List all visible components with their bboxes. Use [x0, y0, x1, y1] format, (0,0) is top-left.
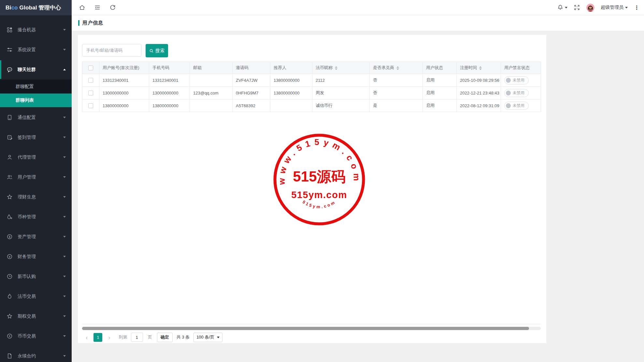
menu-fold-icon[interactable]: [94, 4, 101, 11]
sliders-icon: [7, 47, 13, 53]
horizontal-scrollbar[interactable]: [82, 327, 541, 330]
goto-page-input[interactable]: [131, 333, 143, 342]
next-page-button[interactable]: ›: [107, 334, 111, 340]
chevron-down-icon: [625, 7, 628, 8]
chevron-down-icon: [63, 49, 66, 51]
clock-icon: [7, 274, 13, 280]
current-page-button[interactable]: 1: [93, 333, 102, 342]
refresh-icon[interactable]: [109, 4, 116, 11]
circle-back-icon: [7, 333, 13, 339]
confirm-button[interactable]: 确定: [157, 333, 173, 342]
col-is-acceptor[interactable]: 是否承兑商: [370, 62, 423, 74]
col-invite-code: 邀请码: [233, 62, 270, 74]
row-checkbox[interactable]: [88, 103, 93, 108]
chevron-down-icon: [63, 216, 66, 218]
table-empty-area: [82, 112, 541, 324]
chevron-down-icon: [63, 137, 66, 138]
chevron-down-icon: [63, 117, 66, 118]
sidebar-item-new-coin-subscribe[interactable]: 新币认购: [0, 267, 72, 286]
mute-toggle[interactable]: 未禁用: [504, 89, 529, 97]
more-options-icon[interactable]: ⋮: [634, 4, 639, 11]
sidebar-item-chat-community[interactable]: 聊天社群: [0, 60, 72, 80]
sidebar-item-checkin-mgmt[interactable]: 签到管理: [0, 127, 72, 147]
users-icon: [7, 174, 13, 180]
chevron-down-icon: [217, 337, 220, 338]
sidebar-item-coin-mgmt[interactable]: 币种管理: [0, 207, 72, 227]
sidebar-item-matching-robot[interactable]: 撮合机器: [0, 20, 72, 40]
yen-circle-icon: [7, 254, 13, 260]
pagination: ‹ 1 › 到第 页 确定 共 3 条 100 条/页: [82, 330, 546, 344]
admin-app: Bico Global 管理中心 撮合机器 系统设置 聊天社群 群聊配置: [0, 0, 644, 362]
sidebar-subitem-group-chat-list[interactable]: 群聊列表: [0, 94, 72, 107]
chevron-down-icon: [63, 276, 66, 277]
search-input[interactable]: [82, 44, 141, 57]
chevron-down-icon: [63, 236, 66, 238]
tablet-icon: [7, 115, 13, 121]
toggle-knob: [506, 78, 511, 83]
sidebar-item-user-mgmt[interactable]: 用户管理: [0, 167, 72, 187]
chevron-up-icon: [63, 69, 66, 70]
document-icon: [7, 353, 13, 359]
sidebar-item-options-trade[interactable]: 期权交易: [0, 306, 72, 326]
chevron-down-icon: [63, 29, 66, 31]
table-row: 13800000000 13800000000 A5T68392 诚信币行 是 …: [82, 99, 541, 112]
sidebar-item-agent-mgmt[interactable]: 代理管理: [0, 147, 72, 167]
avatar[interactable]: [586, 4, 594, 12]
main-area: 超级管理员 ⋮ 用户信息 搜索: [72, 0, 644, 362]
row-checkbox[interactable]: [88, 78, 93, 83]
horizontal-scrollbar-thumb[interactable]: [82, 327, 529, 330]
fullscreen-icon[interactable]: [574, 4, 580, 11]
col-fiat-nickname[interactable]: 法币昵称: [312, 62, 370, 74]
chevron-down-icon: [63, 176, 66, 178]
chevron-down-icon: [63, 296, 66, 297]
sidebar-item-asset-mgmt[interactable]: 资产管理: [0, 227, 72, 247]
sort-icon[interactable]: [396, 66, 399, 70]
chevron-down-icon: [565, 7, 567, 8]
home-icon[interactable]: [79, 4, 85, 11]
col-account: 用户账号(首次注册): [99, 62, 149, 74]
sidebar-item-spot-trade[interactable]: 币币交易: [0, 326, 72, 346]
chevron-down-icon: [63, 196, 66, 198]
sidebar-nav: 撮合机器 系统设置 聊天社群 群聊配置 群聊列表: [0, 15, 72, 362]
chevron-down-icon: [63, 335, 66, 337]
mute-toggle[interactable]: 未禁用: [504, 76, 529, 84]
search-button[interactable]: 搜索: [146, 44, 168, 57]
sidebar: Bico Global 管理中心 撮合机器 系统设置 聊天社群 群聊配置: [0, 0, 72, 362]
page-title-bar: 用户信息: [72, 15, 644, 31]
user-menu[interactable]: 超级管理员: [601, 5, 628, 10]
sidebar-subitem-group-chat-config[interactable]: 群聊配置: [0, 80, 72, 94]
chevron-down-icon: [63, 256, 66, 257]
notifications-button[interactable]: [557, 4, 567, 11]
col-email: 邮箱: [190, 62, 233, 74]
sidebar-item-finance-mgmt[interactable]: 财务管理: [0, 247, 72, 267]
col-referrer: 推荐人: [270, 62, 312, 74]
username: 超级管理员: [601, 5, 623, 10]
mute-toggle[interactable]: 未禁用: [504, 102, 529, 110]
sidebar-item-comm-config[interactable]: 通信配置: [0, 108, 72, 127]
sidebar-item-perpetual-contract[interactable]: 永续合约: [0, 346, 72, 362]
search-icon: [149, 49, 154, 53]
col-reg-time[interactable]: 注册时间: [457, 62, 501, 74]
sidebar-item-system-settings[interactable]: 系统设置: [0, 40, 72, 60]
sort-icon[interactable]: [335, 66, 337, 70]
page-title: 用户信息: [82, 20, 103, 26]
chat-community-submenu: 群聊配置 群聊列表: [0, 80, 72, 108]
toggle-knob: [506, 91, 511, 95]
col-phone: 手机号码: [149, 62, 190, 74]
table-header-row: 用户账号(首次注册) 手机号码 邮箱 邀请码 推荐人 法币昵称 是否承兑商 用户…: [82, 62, 541, 74]
grid-icon: [7, 27, 13, 33]
select-all-checkbox[interactable]: [88, 65, 93, 70]
page-word: 页: [148, 334, 152, 340]
sort-icon[interactable]: [479, 66, 482, 70]
fire-icon: [7, 294, 13, 299]
prev-page-button[interactable]: ‹: [84, 334, 89, 340]
user-icon: [7, 154, 13, 160]
page-size-select[interactable]: 100 条/页: [193, 333, 222, 342]
col-user-status: 用户状态: [423, 62, 457, 74]
star-icon: [7, 194, 13, 200]
title-accent-bar: [78, 20, 79, 26]
sidebar-item-wealth-interest[interactable]: 理财生息: [0, 187, 72, 207]
sidebar-item-fiat-trade[interactable]: 法币交易: [0, 286, 72, 306]
row-checkbox[interactable]: [88, 91, 93, 95]
chevron-down-icon: [63, 156, 66, 158]
